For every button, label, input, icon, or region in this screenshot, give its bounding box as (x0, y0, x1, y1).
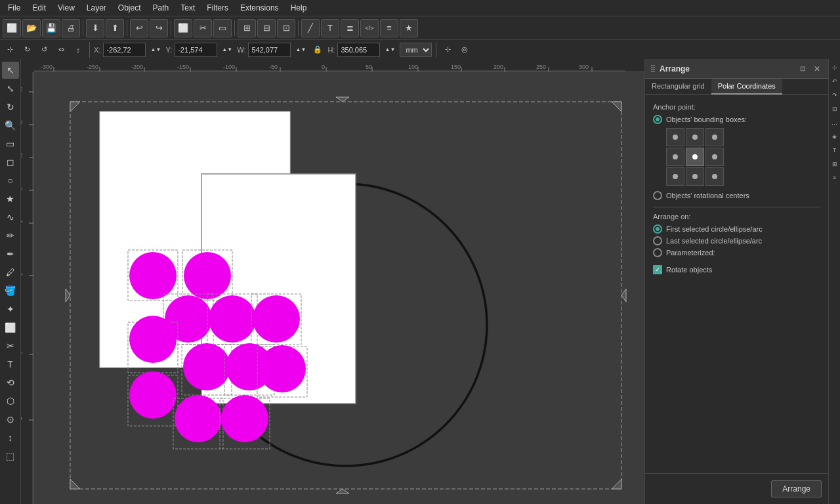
unit-select[interactable]: mmpxcmin (400, 43, 432, 57)
anchor-tr[interactable] (705, 128, 724, 146)
rt-icon-6[interactable]: ◈ (829, 131, 841, 142)
menu-object[interactable]: Object (113, 2, 146, 14)
print-button[interactable]: 🖨 (62, 19, 80, 37)
tool-3dbox[interactable]: ◻ (2, 154, 19, 171)
open-button[interactable]: 📂 (22, 19, 41, 37)
tool-paint[interactable]: 🪣 (2, 282, 19, 299)
circle-4[interactable] (209, 295, 256, 343)
flip-v-icon[interactable]: ↕ (71, 43, 85, 57)
tool-eraser[interactable]: ⬜ (2, 319, 19, 336)
handle-tr[interactable] (612, 102, 621, 112)
anchor-tm[interactable] (686, 128, 704, 146)
circle-6[interactable] (129, 316, 177, 363)
h-input[interactable] (337, 43, 380, 57)
handle-tl[interactable] (70, 102, 80, 112)
circle-2[interactable] (184, 252, 231, 299)
rt-icon-1[interactable]: ⊹ (829, 62, 841, 74)
tool-node[interactable]: ⤡ (2, 80, 19, 97)
y-input[interactable] (175, 43, 217, 57)
zoom-draw-button[interactable]: ⊟ (257, 19, 276, 37)
menu-help[interactable]: Help (285, 2, 312, 14)
tool-ellipse[interactable]: ○ (2, 172, 19, 189)
tool-scissors[interactable]: ✂ (2, 337, 19, 354)
handle-bl[interactable] (70, 479, 80, 489)
zoom-sel-button[interactable]: ⊡ (277, 19, 295, 37)
circle-10[interactable] (129, 371, 177, 419)
xml-editor-button[interactable]: </> (360, 19, 379, 37)
tool-zoom[interactable]: 🔍 (2, 117, 19, 134)
tool-rect[interactable]: ▭ (2, 135, 19, 152)
rt-icon-3[interactable]: ↷ (829, 89, 841, 101)
first-circle-radio[interactable] (653, 224, 662, 234)
x-input[interactable] (103, 43, 146, 57)
trim-button[interactable]: ▭ (213, 19, 232, 37)
redo-button[interactable]: ↪ (150, 19, 168, 37)
menu-path[interactable]: Path (148, 2, 175, 14)
menu-filters[interactable]: Filters (201, 2, 234, 14)
handle-ml[interactable] (66, 289, 70, 302)
canvas-viewport[interactable] (34, 72, 644, 504)
rt-icon-4[interactable]: ⊡ (829, 103, 841, 115)
rt-icon-8[interactable]: ⊞ (829, 158, 841, 170)
tool-pen[interactable]: ✒ (2, 245, 19, 262)
handle-br[interactable] (612, 479, 621, 489)
export-button[interactable]: ⬆ (106, 19, 124, 37)
anchor-mr[interactable] (705, 148, 724, 166)
copy-place-button[interactable]: ⬜ (174, 19, 192, 37)
tool-pencil[interactable]: ✏ (2, 227, 19, 244)
parameterized-radio[interactable] (653, 248, 662, 257)
line-tool-button[interactable]: ╱ (301, 19, 320, 37)
w-spinner[interactable]: ▲▼ (293, 43, 308, 57)
rotate-ccw-icon[interactable]: ↺ (37, 43, 51, 57)
tool-dropper[interactable]: ⊙ (2, 411, 19, 428)
menu-file[interactable]: File (3, 2, 26, 14)
rt-icon-5[interactable]: … (829, 117, 841, 129)
tool-spray[interactable]: ✦ (2, 301, 19, 318)
panel-float-icon[interactable]: ⊡ (797, 63, 808, 75)
svg-canvas[interactable] (34, 72, 644, 504)
circle-7[interactable] (183, 343, 230, 390)
x-spinner[interactable]: ▲▼ (148, 43, 163, 57)
rotate-objects-checkbox[interactable] (653, 265, 662, 274)
menu-view[interactable]: View (52, 2, 80, 14)
circle-12[interactable] (221, 395, 268, 442)
circle-9[interactable] (259, 345, 306, 392)
menu-edit[interactable]: Edit (27, 2, 51, 14)
tool-mesh[interactable]: ⬡ (2, 392, 19, 410)
menu-layer[interactable]: Layer (81, 2, 112, 14)
menu-text[interactable]: Text (175, 2, 200, 14)
handle-mr[interactable] (621, 289, 626, 302)
anchor-bounding-radio[interactable] (653, 115, 662, 124)
lock-proportions-icon[interactable]: 🔒 (310, 43, 325, 57)
tab-polar[interactable]: Polar Coordinates (711, 79, 782, 94)
menu-extensions[interactable]: Extensions (235, 2, 284, 14)
last-circle-radio[interactable] (653, 236, 662, 245)
layers-button[interactable]: ≣ (341, 19, 359, 37)
anchor-ml[interactable] (666, 148, 684, 166)
tab-rect-grid[interactable]: Rectangular grid (645, 79, 711, 94)
anchor-br[interactable] (705, 167, 724, 186)
y-spinner[interactable]: ▲▼ (220, 43, 234, 57)
handle-bm[interactable] (336, 489, 349, 494)
transform-obj-icon[interactable]: ⊹ (440, 43, 455, 57)
tool-text[interactable]: T (2, 356, 19, 373)
undo-button[interactable]: ↩ (130, 19, 148, 37)
tool-select[interactable]: ↖ (2, 62, 19, 79)
tool-star[interactable]: ★ (2, 190, 19, 207)
align-button[interactable]: ≡ (380, 19, 398, 37)
w-input[interactable] (248, 43, 291, 57)
star-button[interactable]: ★ (400, 19, 418, 37)
anchor-bm[interactable] (686, 167, 704, 186)
circle-5[interactable] (253, 295, 300, 343)
anchor-rotational-radio[interactable] (653, 191, 662, 200)
opacity-icon[interactable]: ◎ (457, 43, 472, 57)
new-button[interactable]: ⬜ (3, 19, 21, 37)
tool-tweak[interactable]: ↻ (2, 98, 19, 116)
h-spinner[interactable]: ▲▼ (383, 43, 397, 57)
rt-icon-7[interactable]: T (829, 144, 841, 156)
panel-close-icon[interactable]: ✕ (811, 63, 823, 75)
tool-spiral[interactable]: ∿ (2, 209, 19, 226)
save-button[interactable]: 💾 (42, 19, 60, 37)
arrange-button[interactable]: Arrange (771, 480, 822, 497)
flip-h-icon[interactable]: ⇔ (54, 43, 68, 57)
